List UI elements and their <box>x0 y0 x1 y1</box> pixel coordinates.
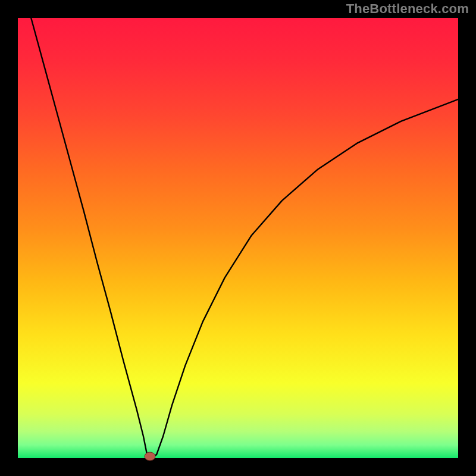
bottleneck-curve-chart <box>0 0 476 476</box>
chart-container: TheBottleneck.com <box>0 0 476 476</box>
watermark-text: TheBottleneck.com <box>346 1 469 17</box>
optimum-marker <box>145 452 155 461</box>
plot-background <box>18 18 458 458</box>
